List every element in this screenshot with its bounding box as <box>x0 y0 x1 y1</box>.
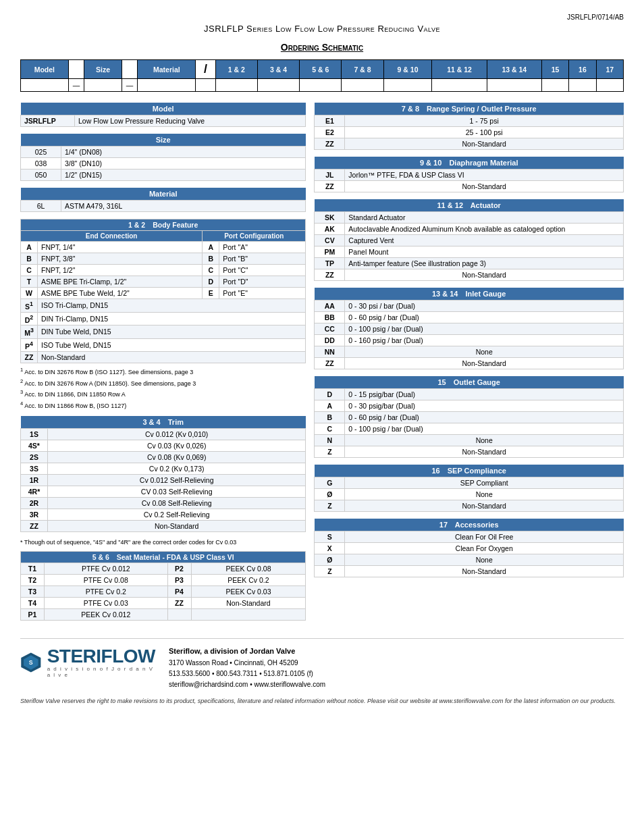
footnote-3: 3 Acc. to DIN 11866, DIN 11850 Row A <box>20 388 306 400</box>
ordering-row-15 <box>541 79 568 92</box>
footer: S STERIFLOW a d i v i s i o n o f J o r … <box>20 638 624 690</box>
body-row-m3: M3 DIN Tube Weld, DN15 <box>21 325 306 339</box>
actuator-desc-tp: Anti-tamper feature (See illustration pa… <box>345 258 624 269</box>
outlet-z: Z Non-Standard <box>315 446 624 458</box>
trim-code-4s: 4S* <box>21 440 48 452</box>
sep-desc-g: SEP Compliant <box>345 477 624 489</box>
company-name: Steriflow, a division of Jordan Valve <box>169 647 295 655</box>
port-desc-d: Port "D" <box>219 276 306 288</box>
material-table: Material 6L ASTM A479, 316L <box>20 188 306 212</box>
body-desc-t: ASME BPE Tri-Clamp, 1/2" <box>38 276 203 288</box>
trim-desc-3s: Cv 0.2 (Kv 0,173) <box>48 463 306 475</box>
size-desc-038: 3/8" (DN10) <box>61 158 306 170</box>
trim-desc-2s: Cv 0.08 (Kv 0,069) <box>48 452 306 463</box>
port-code-c: C <box>203 265 219 276</box>
col-model: Model <box>21 60 69 79</box>
seat-desc-t1: PTFE Cv 0.012 <box>45 563 168 575</box>
outlet-badge: 15 <box>437 378 446 386</box>
sep-title: SEP Compliance <box>448 467 506 475</box>
actuator-desc-zz: Non-Standard <box>345 269 624 281</box>
material-desc: ASTM A479, 316L <box>61 201 306 212</box>
actuator-tp: TP Anti-tamper feature (See illustration… <box>315 258 624 269</box>
sep-code-z: Z <box>315 500 345 512</box>
footnote-1: 1 Acc. to DIN 32676 Row B (ISO 1127). Se… <box>20 366 306 377</box>
acc-z: Z Non-Standard <box>315 566 624 577</box>
seat-code-zz: ZZ <box>167 598 191 609</box>
trim-4s: 4S* Cv 0.03 (Kv 0,026) <box>21 440 306 452</box>
port-desc-b: Port "B" <box>219 253 306 265</box>
size-code-050: 050 <box>21 170 61 181</box>
email-web: steriflow@richardsind.com • www.steriflo… <box>169 681 325 688</box>
trim-code-1r: 1R <box>21 475 48 486</box>
seat-desc-t4: PTFE Cv 0.03 <box>45 598 168 609</box>
body-feature-header: 1 & 2 Body Feature <box>21 219 306 231</box>
ordering-row-78 <box>342 79 383 92</box>
col-7-8: 7 & 8 <box>342 60 383 79</box>
trim-title: Trim <box>168 418 184 426</box>
inlet-nn: NN None <box>315 346 624 358</box>
seat-code-p3: P3 <box>167 575 191 586</box>
actuator-table: 11 & 12 Actuator SK Standard Actuator AK… <box>314 199 624 281</box>
body-desc-a: FNPT, 1/4" <box>38 242 203 253</box>
port-code-d: D <box>203 276 219 288</box>
range-code-e2: E2 <box>315 127 345 138</box>
trim-3s: 3S Cv 0.2 (Kv 0,173) <box>21 463 306 475</box>
footnote-4: 4 Acc. to DIN 11866 Row B, (ISO 1127) <box>20 400 306 411</box>
trim-zz: ZZ Non-Standard <box>21 521 306 532</box>
col-spacer1 <box>68 60 84 79</box>
inlet-aa: AA 0 - 30 psi / bar (Dual) <box>315 301 624 312</box>
trim-1s: 1S Cv 0.012 (Kv 0,010) <box>21 429 306 440</box>
logo-main-text: STERIFLOW <box>47 647 155 666</box>
body-feature-table: 1 & 2 Body Feature End Connection Port C… <box>20 219 306 363</box>
acc-desc-z: Non-Standard <box>345 566 624 577</box>
trim-desc-3r: Cv 0.2 Self-Relieving <box>48 509 306 521</box>
body-row-a: A FNPT, 1/4" A Port "A" <box>21 242 306 253</box>
seat-badge: 5 & 6 <box>92 553 109 561</box>
body-code-t: T <box>21 276 38 288</box>
ordering-table: Model Size Material / 1 & 2 3 & 4 5 & 6 … <box>20 59 624 92</box>
model-row: JSRLFLP Low Flow Low Pressure Reducing V… <box>21 115 306 127</box>
body-desc-m3: DIN Tube Weld, DN15 <box>38 325 306 339</box>
trim-code-1s: 1S <box>21 429 48 440</box>
actuator-code-cv: CV <box>315 235 345 246</box>
body-code-w: W <box>21 288 38 299</box>
actuator-zz: ZZ Non-Standard <box>315 269 624 281</box>
acc-code-s: S <box>315 531 345 543</box>
body-desc-d2: DIN Tri-Clamp, DN15 <box>38 312 306 325</box>
body-desc-p4: ISO Tube Weld, DN15 <box>38 338 306 352</box>
size-header: Size <box>21 134 306 147</box>
col-16: 16 <box>569 60 596 79</box>
seat-row-p1: P1 PEEK Cv 0.012 <box>21 609 306 621</box>
diaphragm-desc-jl: Jorlon™ PTFE, FDA & USP Class VI <box>345 170 624 181</box>
port-code-e: E <box>203 288 219 299</box>
outlet-desc-z: Non-Standard <box>345 446 624 458</box>
size-row-050: 050 1/2" (DN15) <box>21 170 306 181</box>
size-table: Size 025 1/4" (DN08) 038 3/8" (DN10) 050… <box>20 134 306 181</box>
trim-code-2r: 2R <box>21 498 48 509</box>
model-table: Model JSRLFLP Low Flow Low Pressure Redu… <box>20 103 306 127</box>
trim-table: 3 & 4 Trim 1S Cv 0.012 (Kv 0,010) 4S* Cv… <box>20 416 306 532</box>
port-desc-e: Port "E" <box>219 288 306 299</box>
seat-code-t2: T2 <box>21 575 45 586</box>
port-code-a: A <box>203 242 219 253</box>
doc-ref: JSRLFLP/0714/AB <box>20 14 624 21</box>
outlet-a: A 0 - 30 psig/bar (Dual) <box>315 400 624 412</box>
seat-material-table: 5 & 6 Seat Material - FDA & USP Class VI… <box>20 551 306 621</box>
inlet-code-dd: DD <box>315 335 345 346</box>
inlet-zz: ZZ Non-Standard <box>315 358 624 369</box>
col-13-14: 13 & 14 <box>487 60 541 79</box>
accessories-header: 17 Accessories <box>315 519 624 531</box>
inlet-cc: CC 0 - 100 psig / bar (Dual) <box>315 323 624 335</box>
body-code-c: C <box>21 265 38 276</box>
sep-desc-o: None <box>345 489 624 500</box>
seat-code-t1: T1 <box>21 563 45 575</box>
trim-1r: 1R Cv 0.012 Self-Relieving <box>21 475 306 486</box>
body-row-b: B FNPT, 3/8" B Port "B" <box>21 253 306 265</box>
body-row-zz: ZZ Non-Standard <box>21 352 306 363</box>
inlet-bb: BB 0 - 60 psig / bar (Dual) <box>315 312 624 323</box>
trim-desc-zz: Non-Standard <box>48 521 306 532</box>
outlet-n: N None <box>315 435 624 446</box>
ordering-row-56 <box>300 79 342 92</box>
seat-header: 5 & 6 Seat Material - FDA & USP Class VI <box>21 552 306 563</box>
body-desc-b: FNPT, 3/8" <box>38 253 203 265</box>
